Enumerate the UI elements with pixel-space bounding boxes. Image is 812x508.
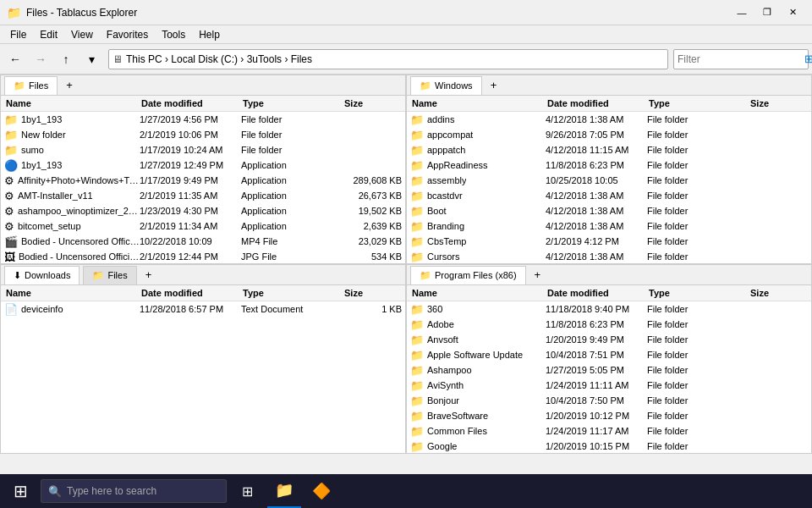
maximize-button[interactable]: ❐ [754,4,780,21]
col-size[interactable]: Size [749,97,808,109]
menu-tools[interactable]: Tools [155,27,192,42]
file-icon: 📁 [410,144,424,157]
col-size[interactable]: Size [343,287,402,299]
pane-top-left-tab[interactable]: 📁 Files [4,76,58,95]
col-size[interactable]: Size [343,97,402,109]
app-icon: 📁 [7,6,21,19]
table-row[interactable]: 📁 BraveSoftware 1/20/2019 10:12 PM File … [407,408,811,423]
extra-app-button[interactable]: 🔶 [304,474,338,508]
menu-edit[interactable]: Edit [33,27,64,42]
start-button[interactable]: ⊞ [3,474,37,508]
col-name[interactable]: Name [410,287,546,299]
col-header-top-right: Name Date modified Type Size [407,96,811,112]
menu-help[interactable]: Help [192,27,227,42]
pane-bottom-right: 📁 Program Files (x86) + Name Date modifi… [406,264,812,454]
file-icon: ⚙ [4,220,14,233]
file-type: File folder [241,130,343,140]
table-row[interactable]: 📁 addins 4/12/2018 1:38 AM File folder [407,112,811,127]
col-date[interactable]: Date modified [546,97,647,109]
table-row[interactable]: 📁 AviSynth 1/24/2019 11:11 AM File folde… [407,378,811,393]
col-date[interactable]: Date modified [546,287,647,299]
table-row[interactable]: 📁 bcastdvr 4/12/2018 1:38 AM File folder [407,188,811,203]
col-type[interactable]: Type [647,97,749,109]
table-row[interactable]: 📁 Adobe 11/8/2018 6:23 PM File folder [407,317,811,332]
menu-view[interactable]: View [64,27,100,42]
col-size[interactable]: Size [749,287,808,299]
pane-bottom-right-header: 📁 Program Files (x86) + [407,265,811,285]
search-input[interactable] [678,53,804,65]
pane-bottom-left-tab-downloads[interactable]: ⬇ Downloads [4,266,80,284]
table-row[interactable]: ⚙ bitcomet_setup 2/1/2019 11:34 AM Appli… [1,218,405,234]
col-type[interactable]: Type [241,97,343,109]
table-row[interactable]: 📁 Bonjour 10/4/2018 7:50 PM File folder [407,393,811,408]
col-name[interactable]: Name [4,97,140,109]
table-row[interactable]: 📄 deviceinfo 11/28/2018 6:57 PM Text Doc… [1,301,405,317]
file-date: 11/28/2018 6:57 PM [140,304,241,314]
table-row[interactable]: ⚙ AMT-Installer_v11 2/1/2019 11:35 AM Ap… [1,188,405,203]
pane-bottom-right-add-tab[interactable]: + [529,267,546,283]
table-row[interactable]: ⚙ ashampoo_winoptimizer_2019_29548 1/23/… [1,203,405,218]
table-row[interactable]: 📁 Ashampoo 1/27/2019 5:05 PM File folder [407,362,811,378]
table-row[interactable]: 🎬 Bodied - Uncensored Official Trailer -… [1,234,405,249]
task-view-button[interactable]: ⊞ [230,474,264,508]
file-type: File folder [647,221,749,231]
search-bar[interactable]: ⊞ [673,49,809,69]
back-button[interactable]: ← [3,47,27,71]
col-date[interactable]: Date modified [140,97,241,109]
minimize-button[interactable]: — [729,4,754,21]
file-icon: 📁 [410,440,424,453]
menu-file[interactable]: File [3,27,33,42]
table-row[interactable]: 📁 Branding 4/12/2018 1:38 AM File folder [407,218,811,234]
taskbar-search-text: Type here to search [67,485,156,497]
file-date: 2/1/2019 10:06 PM [140,130,241,140]
table-row[interactable]: 📁 apppatch 4/12/2018 11:15 AM File folde… [407,142,811,157]
table-row[interactable]: 📁 Anvsoft 1/20/2019 9:49 PM File folder [407,332,811,347]
pane-bottom-right-tab[interactable]: 📁 Program Files (x86) [410,266,526,284]
pane-bottom-left-add-tab[interactable]: + [140,267,157,283]
table-row[interactable]: 📁 AppReadiness 11/8/2018 6:23 PM File fo… [407,157,811,173]
recent-button[interactable]: ▾ [80,47,103,71]
table-row[interactable]: 📁 sumo 1/17/2019 10:24 AM File folder [1,142,405,157]
table-row[interactable]: 🔵 1by1_193 1/27/2019 12:49 PM Applicatio… [1,157,405,173]
table-row[interactable]: 📁 Boot 4/12/2018 1:38 AM File folder [407,203,811,218]
table-row[interactable]: 🖼 Bodied - Uncensored Official Trailer -… [1,249,405,263]
pane-top-left-add-tab[interactable]: + [61,77,78,93]
col-type[interactable]: Type [241,287,343,299]
col-name[interactable]: Name [410,97,546,109]
taskbar-search[interactable]: 🔍 Type here to search [41,479,227,503]
pane-bottom-left-tab-files[interactable]: 📁 Files [83,266,136,284]
extra-app-icon: 🔶 [312,482,331,500]
file-list-top-right[interactable]: 📁 addins 4/12/2018 1:38 AM File folder 📁… [407,112,811,263]
col-type[interactable]: Type [647,287,749,299]
file-size: 1 KB [343,304,402,314]
table-row[interactable]: 📁 1by1_193 1/27/2019 4:56 PM File folder [1,112,405,127]
file-name-text: New folder [21,130,66,140]
file-icon: 📁 [410,395,424,407]
close-button[interactable]: ✕ [780,4,805,21]
col-name[interactable]: Name [4,287,140,299]
table-row[interactable]: 📁 Cursors 4/12/2018 1:38 AM File folder [407,249,811,263]
table-row[interactable]: 📁 assembly 10/25/2018 10:05 File folder [407,173,811,188]
up-button[interactable]: ↑ [54,47,78,71]
table-row[interactable]: 📁 CbsTemp 2/1/2019 4:12 PM File folder [407,234,811,249]
table-row[interactable]: 📁 Google 1/20/2019 10:15 PM File folder [407,439,811,453]
table-row[interactable]: 📁 Apple Software Update 10/4/2018 7:51 P… [407,347,811,362]
pane-top-right-tab[interactable]: 📁 Windows [410,76,482,95]
file-list-bottom-left[interactable]: 📄 deviceinfo 11/28/2018 6:57 PM Text Doc… [1,301,405,453]
table-row[interactable]: 📁 New folder 2/1/2019 10:06 PM File fold… [1,127,405,142]
pane-top-right-add-tab[interactable]: + [486,77,502,93]
table-row[interactable]: 📁 appcompat 9/26/2018 7:05 PM File folde… [407,127,811,142]
file-type: Text Document [241,304,343,314]
address-bar[interactable]: 🖥 This PC › Local Disk (C:) › 3uTools › … [108,49,668,69]
table-row[interactable]: 📁 360 11/18/2018 9:40 PM File folder [407,301,811,317]
file-type: File folder [241,114,343,124]
toolbar: ← → ↑ ▾ 🖥 This PC › Local Disk (C:) › 3u… [0,44,812,75]
file-explorer-button[interactable]: 📁 [267,474,301,508]
col-date[interactable]: Date modified [140,287,241,299]
menu-favorites[interactable]: Favorites [100,27,155,42]
file-list-bottom-right[interactable]: 📁 360 11/18/2018 9:40 PM File folder 📁 A… [407,301,811,453]
file-list-top-left[interactable]: 📁 1by1_193 1/27/2019 4:56 PM File folder… [1,112,405,263]
forward-button[interactable]: → [29,47,52,71]
table-row[interactable]: ⚙ Affinity+Photo+Windows+Trial 1/17/2019… [1,173,405,188]
table-row[interactable]: 📁 Common Files 1/24/2019 11:17 AM File f… [407,423,811,439]
